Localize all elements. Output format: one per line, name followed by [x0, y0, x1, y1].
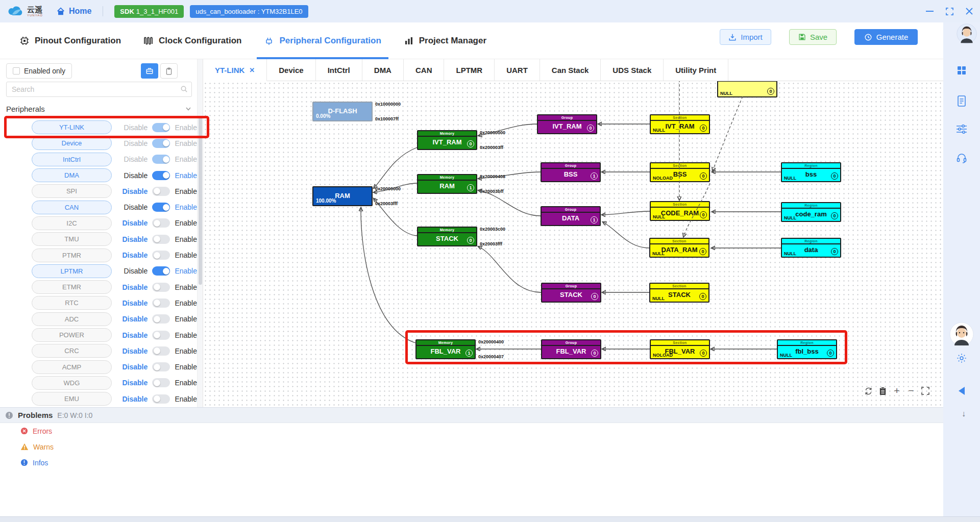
- scrollbar-thumb[interactable]: [199, 116, 202, 285]
- peripheral-pill-ptmr[interactable]: PTMR: [32, 248, 112, 262]
- peripheral-pill-power[interactable]: POWER: [32, 328, 112, 342]
- diagram-block-reg-code-ram[interactable]: Regioncode_ramNULL0: [781, 202, 841, 222]
- workspace-tab-device[interactable]: Device: [267, 59, 315, 81]
- peripheral-pill-spi[interactable]: SPI: [32, 184, 112, 198]
- toggle-ptmr[interactable]: [152, 251, 170, 260]
- tab-peripheral-configuration[interactable]: Peripheral Configuration: [264, 22, 381, 59]
- support-headset-icon[interactable]: [956, 153, 967, 164]
- peripheral-pill-yt-link[interactable]: YT-LINK: [32, 120, 112, 134]
- diagram-block-sec-fbl-var[interactable]: SectionFBL_VARNOLOAD0: [650, 339, 710, 359]
- diagram-block-ram-root[interactable]: RAM100.00%0x200000000x20003fff: [312, 186, 373, 206]
- toggle-i2c[interactable]: [152, 218, 170, 228]
- gear-icon[interactable]: [956, 353, 967, 364]
- toggle-lptmr[interactable]: [152, 266, 170, 276]
- peripheral-pill-tmu[interactable]: TMU: [32, 232, 112, 246]
- peripheral-pill-wdg[interactable]: WDG: [32, 376, 112, 390]
- peripheral-pill-adc[interactable]: ADC: [32, 312, 112, 326]
- minimize-button[interactable]: [926, 11, 934, 12]
- diagram-block-sec-code-ram[interactable]: SectionCODE_RAMNULL0: [650, 201, 710, 221]
- close-tab-icon[interactable]: ✕: [249, 66, 255, 74]
- workspace-tab-intctrl[interactable]: IntCtrl: [316, 59, 362, 81]
- toggle-yt-link[interactable]: [152, 123, 170, 132]
- toggle-crc[interactable]: [152, 346, 170, 356]
- problems-warns-row[interactable]: Warns: [0, 439, 943, 455]
- diagram-block-mem-ivt-ram[interactable]: MemoryIVT_RAM00x200000000x200003ff: [417, 130, 477, 150]
- diagram-block-mem-ram[interactable]: MemoryRAM10x200004080x20003bff: [417, 174, 477, 194]
- diagram-block-d-flash[interactable]: D-FLASH0.00%0x100000000x100007ff: [312, 102, 373, 121]
- toggle-device[interactable]: [152, 139, 170, 148]
- peripheral-pill-rtc[interactable]: RTC: [32, 296, 112, 310]
- refresh-icon[interactable]: [864, 386, 873, 395]
- dashboard-grid-icon[interactable]: [957, 65, 967, 76]
- peripheral-pill-i2c[interactable]: I2C: [32, 216, 112, 230]
- assistant-avatar[interactable]: [949, 322, 974, 346]
- fit-screen-icon[interactable]: [921, 386, 930, 395]
- user-avatar[interactable]: [957, 23, 977, 44]
- workspace-tab-uart[interactable]: UART: [495, 59, 540, 81]
- diagram-block-grp-data[interactable]: GroupDATA1: [541, 206, 601, 226]
- diagram-block-mem-fbl-var[interactable]: MemoryFBL_VAR10x200004000x20000407: [415, 339, 476, 359]
- collapse-panel-icon[interactable]: ↓: [962, 409, 966, 418]
- peripheral-pill-acmp[interactable]: ACMP: [32, 360, 112, 374]
- workspace-tab-dma[interactable]: DMA: [362, 59, 404, 81]
- sidebar-scrollbar[interactable]: [197, 59, 203, 407]
- toggle-dma[interactable]: [152, 171, 170, 180]
- toggle-rtc[interactable]: [152, 299, 170, 308]
- save-button[interactable]: Save: [789, 29, 837, 45]
- diagram-block-sec-ivt-ram[interactable]: SectionIVT_RAMNULL0: [650, 114, 710, 134]
- peripheral-pill-device[interactable]: Device: [32, 136, 112, 150]
- workspace-tab-uds-stack[interactable]: UDS Stack: [601, 59, 664, 81]
- memory-diagram-canvas[interactable]: D-FLASH0.00%0x100000000x100007ffRAM100.0…: [203, 81, 943, 407]
- enabled-only-checkbox[interactable]: Enabled only: [6, 63, 72, 79]
- diagram-block-grp-stack[interactable]: GroupSTACK0: [541, 283, 601, 303]
- import-button[interactable]: Import: [720, 29, 771, 45]
- settings-sliders-icon[interactable]: [956, 124, 967, 134]
- diagram-block-sec-bss[interactable]: SectionBSSNOLOAD0: [650, 162, 710, 182]
- tab-project-manager[interactable]: Project Manager: [404, 22, 486, 59]
- problems-infos-row[interactable]: Infos: [0, 455, 943, 470]
- home-button[interactable]: Home: [56, 7, 91, 16]
- peripheral-pill-dma[interactable]: DMA: [32, 168, 112, 182]
- workspace-tab-yt-link[interactable]: YT-LINK✕: [203, 59, 267, 81]
- diagram-block-mem-stack[interactable]: MemorySTACK00x20003c000x20003fff: [417, 227, 477, 246]
- diagram-block-reg-fbl-bss[interactable]: Regionfbl_bssNULL0: [777, 339, 837, 359]
- diagram-block-sec-data-ram[interactable]: SectionDATA_RAMNULL0: [649, 238, 709, 258]
- workspace-tab-lptmr[interactable]: LPTMR: [444, 59, 495, 81]
- zoom-out-icon[interactable]: −: [906, 386, 916, 395]
- problems-header[interactable]: Problems E:0 W:0 I:0: [0, 407, 943, 423]
- diagram-block-grp-bss[interactable]: GroupBSS1: [541, 162, 601, 182]
- toggle-etmr[interactable]: [152, 283, 170, 292]
- generate-button[interactable]: Generate: [854, 29, 918, 45]
- toggle-tmu[interactable]: [152, 235, 170, 244]
- toggle-wdg[interactable]: [152, 378, 170, 387]
- diagram-block-sec-null[interactable]: SectionNULL0: [717, 81, 777, 97]
- collapse-left-icon[interactable]: [959, 387, 965, 395]
- diagram-block-reg-bss[interactable]: RegionbssNULL0: [781, 162, 841, 182]
- toolbox-button[interactable]: [141, 63, 158, 79]
- toggle-adc[interactable]: [152, 314, 170, 324]
- toggle-spi[interactable]: [152, 187, 170, 196]
- diagram-block-grp-fbl-var[interactable]: GroupFBL_VAR0: [541, 339, 601, 359]
- toggle-acmp[interactable]: [152, 362, 170, 371]
- clipboard-button[interactable]: [160, 63, 178, 79]
- workspace-tab-can[interactable]: CAN: [404, 59, 445, 81]
- peripheral-pill-emu[interactable]: EMU: [32, 392, 112, 406]
- document-icon[interactable]: [957, 95, 967, 107]
- peripheral-pill-lptmr[interactable]: LPTMR: [32, 264, 112, 278]
- zoom-in-icon[interactable]: +: [892, 386, 901, 395]
- diagram-block-sec-stack[interactable]: SectionSTACKNULL0: [649, 283, 709, 303]
- maximize-button[interactable]: [946, 8, 953, 15]
- toggle-emu[interactable]: [152, 394, 170, 404]
- workspace-tab-utility-print[interactable]: Utility Print: [664, 59, 728, 81]
- close-button[interactable]: [966, 8, 973, 15]
- peripheral-pill-can[interactable]: CAN: [32, 201, 112, 214]
- toggle-can[interactable]: [152, 203, 170, 212]
- report-clipboard-icon[interactable]: [878, 386, 887, 395]
- peripheral-pill-etmr[interactable]: ETMR: [32, 280, 112, 294]
- search-input[interactable]: [6, 82, 192, 97]
- toggle-intctrl[interactable]: [152, 155, 170, 164]
- workspace-tab-can-stack[interactable]: Can Stack: [540, 59, 601, 81]
- peripherals-section-header[interactable]: Peripherals: [6, 101, 192, 116]
- problems-errors-row[interactable]: Errors: [0, 423, 943, 439]
- diagram-block-reg-data[interactable]: RegiondataNULL0: [781, 238, 841, 258]
